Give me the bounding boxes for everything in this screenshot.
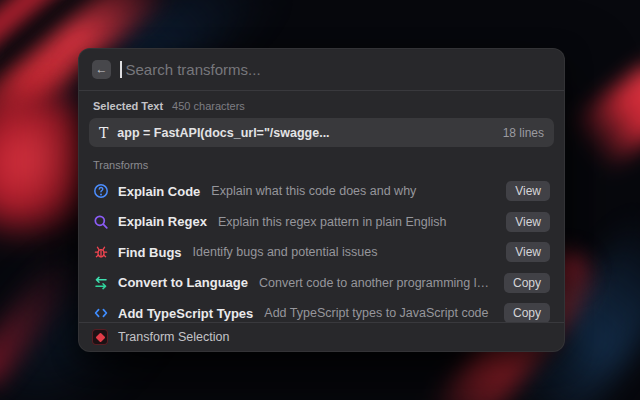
transform-description: Explain this regex pattern in plain Engl… <box>218 215 497 229</box>
app-logo-icon <box>92 329 108 345</box>
line-count: 18 lines <box>503 126 544 140</box>
transform-palette-window: ← Selected Text 450 characters T app = F… <box>78 48 565 352</box>
footer-label: Transform Selection <box>118 330 229 344</box>
footer-bar: Transform Selection <box>79 322 564 351</box>
search-bar: ← <box>79 49 564 90</box>
transform-description: Explain what this code does and why <box>211 184 497 198</box>
view-button[interactable]: View <box>506 181 550 201</box>
selected-text-item[interactable]: T app = FastAPI(docs_url="/swagge... 18 … <box>89 118 554 147</box>
copy-button[interactable]: Copy <box>504 303 550 323</box>
transform-item-explain-code[interactable]: Explain Code Explain what this code does… <box>89 176 554 207</box>
transform-item-find-bugs[interactable]: Find Bugs Identify bugs and potential is… <box>89 237 554 268</box>
question-circle-icon <box>93 183 109 199</box>
text-caret <box>120 61 122 78</box>
transform-title: Explain Code <box>118 184 200 199</box>
view-button[interactable]: View <box>506 242 550 262</box>
bug-icon <box>93 244 109 260</box>
diamond-glyph <box>95 332 105 342</box>
transform-list: Explain Code Explain what this code does… <box>79 176 564 329</box>
magnifier-icon <box>93 214 109 230</box>
view-button[interactable]: View <box>506 212 550 232</box>
wallpaper-red-wedge <box>570 62 640 172</box>
transform-item-explain-regex[interactable]: Explain Regex Explain this regex pattern… <box>89 207 554 238</box>
transforms-header: Transforms <box>93 159 550 171</box>
transforms-label: Transforms <box>93 159 148 171</box>
transform-title: Explain Regex <box>118 214 207 229</box>
transform-title: Convert to Language <box>118 275 248 290</box>
divider <box>79 90 564 91</box>
transform-description: Identify bugs and potential issues <box>193 245 498 259</box>
screen: ← Selected Text 450 characters T app = F… <box>0 0 640 400</box>
transform-item-convert-language[interactable]: Convert to Language Convert code to anot… <box>89 268 554 299</box>
swap-arrows-icon <box>93 275 109 291</box>
search-input[interactable] <box>126 61 552 78</box>
copy-button[interactable]: Copy <box>504 273 550 293</box>
code-brackets-icon <box>93 305 109 321</box>
transform-description: Add TypeScript types to JavaScript code <box>264 306 495 320</box>
back-button[interactable]: ← <box>92 60 111 79</box>
selected-text-label: Selected Text <box>93 100 163 112</box>
arrow-left-icon: ← <box>96 60 108 79</box>
selected-text-header: Selected Text 450 characters <box>93 100 550 112</box>
transform-title: Find Bugs <box>118 245 182 260</box>
transform-description: Convert code to another programming lang… <box>259 276 495 290</box>
text-icon: T <box>99 126 108 140</box>
character-count: 450 characters <box>172 100 245 112</box>
transform-title: Add TypeScript Types <box>118 306 253 321</box>
selected-code-preview: app = FastAPI(docs_url="/swagge... <box>117 126 493 140</box>
